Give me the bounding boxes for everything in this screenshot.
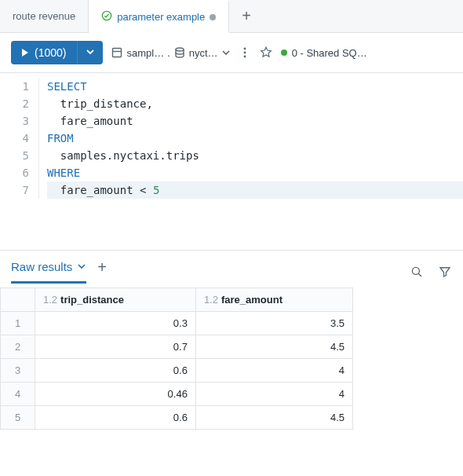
svg-point-3 <box>243 48 246 50</box>
cell: 4.5 <box>195 335 352 359</box>
editor-spacer <box>0 203 463 251</box>
new-tab-button[interactable]: + <box>229 7 264 25</box>
play-icon <box>22 49 28 57</box>
table-row[interactable]: 1 0.3 3.5 <box>1 312 353 335</box>
code-line: SELECT <box>47 78 463 95</box>
row-num: 2 <box>1 335 35 359</box>
cell: 0.3 <box>35 312 196 335</box>
cell: 0.6 <box>35 406 196 430</box>
catalog-icon <box>111 46 123 59</box>
run-button[interactable]: (1000) <box>11 41 77 64</box>
star-icon <box>259 46 273 60</box>
line-num: 5 <box>0 147 29 164</box>
cell: 4.5 <box>195 406 352 430</box>
line-gutter: 1 2 3 4 5 6 7 <box>0 78 39 199</box>
chevron-down-icon <box>86 47 95 57</box>
line-num: 6 <box>0 164 29 181</box>
line-num: 3 <box>0 112 29 130</box>
results-actions <box>410 265 452 279</box>
row-num: 1 <box>1 312 35 335</box>
svg-point-6 <box>412 267 419 274</box>
code-area[interactable]: SELECT trip_distance, fare_amount FROM s… <box>39 78 463 199</box>
results-tab-raw[interactable]: Raw results <box>11 260 86 284</box>
status-dot-icon <box>281 49 287 56</box>
row-num: 4 <box>1 383 35 406</box>
line-num: 7 <box>0 181 29 199</box>
column-header-fare-amount[interactable]: 1.2fare_amount <box>195 288 352 312</box>
favorite-button[interactable] <box>259 46 273 60</box>
kebab-menu-button[interactable] <box>239 46 251 59</box>
check-icon <box>101 10 112 24</box>
svg-point-2 <box>176 48 184 51</box>
filter-icon <box>438 265 452 279</box>
catalog-right-label: nyct… <box>189 47 218 59</box>
toolbar: (1000) sampl… . nyct… 0 - Shared SQ… <box>0 33 463 73</box>
code-line: fare_amount < 5 <box>47 181 463 199</box>
tab-parameter-example[interactable]: parameter example <box>89 0 229 33</box>
catalog-selector[interactable]: sampl… . nyct… <box>111 46 230 59</box>
code-line: samples.nyctaxi.trips <box>47 147 463 164</box>
svg-rect-1 <box>113 49 122 57</box>
cell: 0.6 <box>35 359 196 383</box>
tab-label: route revenue <box>13 10 75 22</box>
run-group: (1000) <box>11 41 103 64</box>
chevron-down-icon <box>77 262 86 271</box>
sql-editor[interactable]: 1 2 3 4 5 6 7 SELECT trip_distance, fare… <box>0 73 463 203</box>
line-num: 1 <box>0 78 29 95</box>
code-line: trip_distance, <box>47 95 463 112</box>
catalog-left-label: sampl… <box>126 47 164 59</box>
table-row[interactable]: 4 0.46 4 <box>1 383 353 406</box>
run-limit-label: (1000) <box>35 46 66 59</box>
cell: 3.5 <box>195 312 352 335</box>
search-icon <box>410 265 424 279</box>
cluster-label: 0 - Shared SQ… <box>292 47 367 59</box>
row-num: 3 <box>1 359 35 383</box>
code-line: WHERE <box>47 164 463 181</box>
tab-route-revenue[interactable]: route revenue <box>0 0 89 33</box>
line-num: 4 <box>0 130 29 147</box>
row-num: 5 <box>1 406 35 430</box>
column-header-trip-distance[interactable]: 1.2trip_distance <box>35 288 196 312</box>
table-row[interactable]: 3 0.6 4 <box>1 359 353 383</box>
dot-sep: . <box>167 47 170 59</box>
cluster-selector[interactable]: 0 - Shared SQ… <box>281 47 367 59</box>
search-results-button[interactable] <box>410 265 424 279</box>
tab-bar: route revenue parameter example + <box>0 0 463 33</box>
cell: 4 <box>195 383 352 406</box>
line-num: 2 <box>0 95 29 112</box>
results-tabs: Raw results + <box>11 258 107 284</box>
row-num-header[interactable] <box>1 288 35 312</box>
add-visualization-button[interactable]: + <box>97 258 107 284</box>
results-tab-label: Raw results <box>11 260 72 273</box>
svg-point-4 <box>243 52 246 54</box>
results-header: Raw results + <box>0 251 463 284</box>
unsaved-dot-icon <box>210 14 216 20</box>
cell: 0.7 <box>35 335 196 359</box>
table-row[interactable]: 2 0.7 4.5 <box>1 335 353 359</box>
results-table: 1.2trip_distance 1.2fare_amount 1 0.3 3.… <box>0 287 353 430</box>
svg-point-5 <box>243 56 246 58</box>
cell: 4 <box>195 359 352 383</box>
code-line: fare_amount <box>47 112 463 130</box>
filter-results-button[interactable] <box>438 265 452 279</box>
chevron-down-icon <box>221 48 231 57</box>
code-line: FROM <box>47 130 463 147</box>
tab-label: parameter example <box>117 11 205 23</box>
table-row[interactable]: 5 0.6 4.5 <box>1 406 353 430</box>
database-icon <box>173 46 186 59</box>
kebab-icon <box>239 46 251 59</box>
run-dropdown-button[interactable] <box>77 41 103 64</box>
cell: 0.46 <box>35 383 196 406</box>
